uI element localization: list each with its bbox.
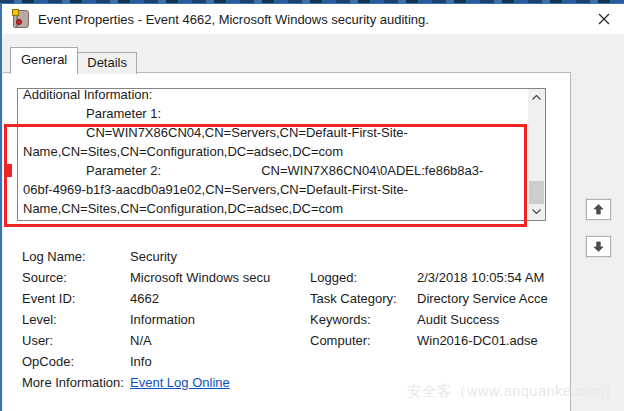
- detail-row: Event ID: 4662 Task Category: Directory …: [22, 288, 562, 309]
- log-name-value: Security: [130, 246, 310, 267]
- red-annotation-box: [4, 124, 527, 227]
- scroll-down-icon[interactable]: [528, 204, 545, 219]
- scroll-up-icon[interactable]: [528, 90, 545, 105]
- user-label: User:: [22, 330, 130, 351]
- tab-details[interactable]: Details: [78, 52, 137, 74]
- user-value: N/A: [130, 330, 310, 351]
- event-id-value: 4662: [130, 288, 310, 309]
- detail-row: OpCode: Info: [22, 351, 562, 372]
- computer-value: Win2016-DC01.adse: [417, 330, 551, 351]
- tabstrip: General Details: [10, 47, 137, 74]
- close-icon: [598, 13, 610, 25]
- detail-row: Log Name: Security: [22, 246, 562, 267]
- logged-value: 2/3/2018 10:05:54 AM: [417, 267, 551, 288]
- previous-event-button[interactable]: [586, 199, 611, 220]
- event-properties-icon: [13, 10, 29, 28]
- close-button[interactable]: [588, 4, 620, 34]
- detail-row: Level: Information Keywords: Audit Succe…: [22, 309, 562, 330]
- logged-label: Logged:: [310, 267, 417, 288]
- task-category-label: Task Category:: [310, 288, 417, 309]
- computer-label: Computer:: [310, 330, 417, 351]
- up-arrow-icon: [593, 204, 604, 215]
- level-value: Information: [130, 309, 310, 330]
- more-information-label: More Information:: [22, 372, 130, 393]
- log-name-label: Log Name:: [22, 246, 130, 267]
- event-details-grid: Log Name: Security Source: Microsoft Win…: [22, 246, 562, 393]
- window-title: Event Properties - Event 4662, Microsoft…: [38, 12, 429, 27]
- task-category-value: Directory Service Acce: [417, 288, 551, 309]
- red-annotation-mark: [7, 164, 12, 177]
- next-event-button[interactable]: [586, 236, 611, 257]
- level-label: Level:: [22, 309, 130, 330]
- anquanke-watermark: 安全客（www.anquanke.com）: [407, 382, 620, 401]
- keywords-label: Keywords:: [310, 309, 417, 330]
- event-id-label: Event ID:: [22, 288, 130, 309]
- desc-line: Additional Information:: [23, 88, 545, 104]
- detail-row: User: N/A Computer: Win2016-DC01.adse: [22, 330, 562, 351]
- window-border-left: [0, 3, 2, 411]
- scrollbar-thumb[interactable]: [529, 181, 544, 204]
- down-arrow-icon: [593, 241, 604, 252]
- titlebar[interactable]: Event Properties - Event 4662, Microsoft…: [2, 4, 624, 34]
- keywords-value: Audit Success: [417, 309, 551, 330]
- source-value: Microsoft Windows secu: [130, 267, 310, 288]
- desc-line: Parameter 1:: [23, 104, 545, 123]
- opcode-label: OpCode:: [22, 351, 130, 372]
- event-properties-dialog: Event Properties - Event 4662, Microsoft…: [0, 0, 624, 411]
- vertical-scrollbar[interactable]: [528, 89, 545, 220]
- event-log-online-link[interactable]: Event Log Online: [130, 375, 230, 390]
- source-label: Source:: [22, 267, 130, 288]
- detail-row: Source: Microsoft Windows secu Logged: 2…: [22, 267, 562, 288]
- opcode-value: Info: [130, 351, 310, 372]
- tab-general[interactable]: General: [10, 47, 78, 74]
